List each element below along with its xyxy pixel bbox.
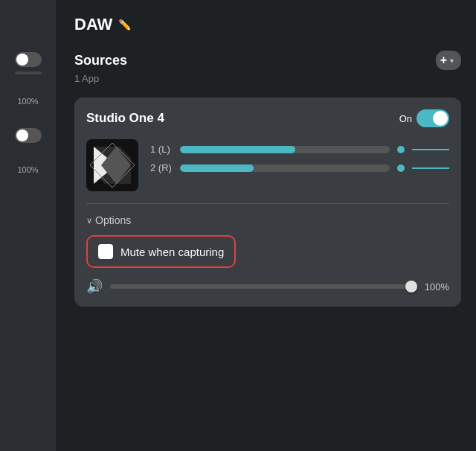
volume-knob[interactable] xyxy=(405,281,417,292)
page-title-row: DAW ✏️ xyxy=(74,15,461,34)
toggle-knob-1 xyxy=(16,54,28,65)
channel-dot-1 xyxy=(397,146,405,153)
mute-label: Mute when capturing xyxy=(120,246,224,258)
app-card-studio-one: Studio One 4 On xyxy=(74,97,461,307)
toggle-on-label: On xyxy=(399,113,412,124)
volume-percent: 100% xyxy=(425,281,449,292)
sidebar-percent-1: 100% xyxy=(17,97,38,106)
channel-row-2: 2 (R) xyxy=(150,162,449,173)
channel-label-2: 2 (R) xyxy=(150,162,173,173)
mute-row[interactable]: Mute when capturing xyxy=(86,235,236,268)
main-content: DAW ✏️ Sources + ▾ 1 App Studio One 4 On xyxy=(56,0,476,451)
volume-icon: 🔊 xyxy=(86,278,103,295)
channel-row-1: 1 (L) xyxy=(150,144,449,155)
channel-label-1: 1 (L) xyxy=(150,144,173,155)
chevron-down-icon: ▾ xyxy=(450,57,454,65)
sidebar-item-2: 100% xyxy=(17,97,38,106)
channel-bar-fill-2 xyxy=(180,164,254,172)
app-toggle[interactable] xyxy=(416,109,449,127)
plus-icon: + xyxy=(440,54,447,67)
add-source-button[interactable]: + ▾ xyxy=(436,51,461,70)
volume-slider[interactable] xyxy=(110,284,417,289)
app-card-header: Studio One 4 On xyxy=(86,109,449,127)
sources-header: Sources + ▾ xyxy=(74,51,461,70)
toggle-knob-2 xyxy=(16,129,28,141)
sidebar-item-4: 100% xyxy=(17,165,38,174)
volume-slider-fill xyxy=(110,284,417,289)
connector-line-2 xyxy=(412,167,449,169)
app-name: Studio One 4 xyxy=(86,111,164,126)
channel-bar-1[interactable] xyxy=(180,146,390,153)
edit-icon[interactable]: ✏️ xyxy=(118,19,131,31)
options-section: ∨ Options Mute when capturing 🔊 100% xyxy=(86,203,449,295)
channels-section: 1 (L) 2 (R) xyxy=(86,139,449,191)
sidebar-item-1 xyxy=(15,52,42,74)
connector-line-1 xyxy=(412,149,449,150)
sidebar-toggle-1[interactable] xyxy=(15,52,42,67)
sidebar-percent-2: 100% xyxy=(17,165,38,174)
options-header[interactable]: ∨ Options xyxy=(86,214,449,226)
options-label: Options xyxy=(95,214,131,226)
options-chevron-icon: ∨ xyxy=(86,216,92,226)
channel-bar-fill-1 xyxy=(180,146,295,153)
channels-and-connectors: 1 (L) 2 (R) xyxy=(150,139,449,173)
sidebar-item-3 xyxy=(15,128,42,143)
sidebar: 100% 100% xyxy=(0,0,56,451)
channel-list: 1 (L) 2 (R) xyxy=(150,139,449,173)
toggle-on-container: On xyxy=(399,109,449,127)
channel-dot-2 xyxy=(397,164,405,172)
sidebar-bar-1 xyxy=(15,71,42,74)
sidebar-toggle-2[interactable] xyxy=(15,128,42,143)
volume-row: 🔊 100% xyxy=(86,278,449,295)
app-toggle-knob xyxy=(433,111,448,126)
sources-subtitle: 1 App xyxy=(74,73,461,84)
page-title: DAW xyxy=(74,15,112,34)
app-icon xyxy=(86,139,138,191)
mute-checkbox[interactable] xyxy=(98,244,113,259)
channel-bar-2[interactable] xyxy=(180,164,390,172)
sources-title: Sources xyxy=(74,53,127,68)
